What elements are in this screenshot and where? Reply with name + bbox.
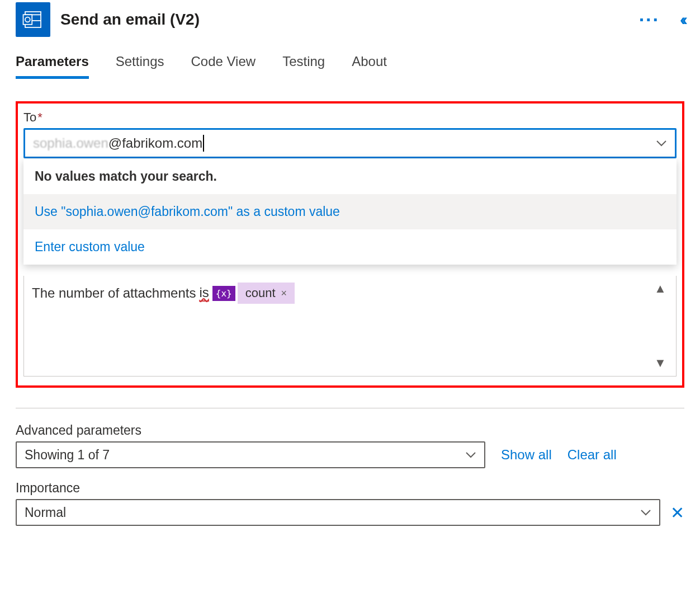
panel-title: Send an email (V2) (60, 11, 629, 29)
outlook-icon (16, 2, 50, 37)
dropdown-no-match: No values match your search. (23, 159, 677, 194)
body-spinner: ▲ ▼ (650, 281, 670, 370)
remove-field-icon[interactable]: ✕ (670, 503, 684, 523)
tab-settings[interactable]: Settings (116, 54, 164, 79)
chevron-down-icon[interactable] (640, 507, 651, 519)
importance-label: Importance (16, 481, 684, 496)
body-down-icon[interactable]: ▼ (654, 356, 666, 370)
token-label: count (245, 286, 276, 300)
advanced-heading: Advanced parameters (16, 423, 684, 438)
to-input[interactable]: sophia.owen@fabrikom.com No values match… (23, 128, 677, 158)
clear-all-link[interactable]: Clear all (567, 447, 617, 463)
show-all-link[interactable]: Show all (501, 447, 552, 463)
chevron-down-icon[interactable] (656, 138, 667, 149)
importance-value: Normal (25, 505, 640, 520)
to-dropdown: No values match your search. Use "sophia… (23, 159, 677, 265)
tabs: Parameters Settings Code View Testing Ab… (16, 54, 684, 79)
body-token[interactable]: {x} count × (212, 283, 295, 304)
body-content: The number of attachments is {x} count × (32, 283, 668, 304)
parameters-section: To* sophia.owen@fabrikom.com No values m… (16, 101, 684, 388)
body-text: The number of attachments (32, 285, 196, 301)
body-is-word: is (199, 285, 209, 302)
dropdown-use-custom[interactable]: Use "sophia.owen@fabrikom.com" as a cust… (23, 194, 677, 229)
more-icon[interactable]: ··· (639, 10, 660, 29)
to-value: sophia.owen@fabrikom.com (33, 135, 656, 152)
tab-testing[interactable]: Testing (282, 54, 325, 79)
body-up-icon[interactable]: ▲ (654, 281, 666, 296)
svg-rect-1 (23, 15, 32, 25)
tab-parameters[interactable]: Parameters (16, 54, 89, 79)
advanced-select[interactable]: Showing 1 of 7 (16, 441, 485, 468)
fx-icon: {x} (212, 286, 235, 301)
tab-code-view[interactable]: Code View (191, 54, 256, 79)
token-remove-icon[interactable]: × (281, 288, 287, 299)
tab-about[interactable]: About (352, 54, 387, 79)
chevron-down-icon[interactable] (465, 449, 476, 461)
to-label: To* (23, 110, 677, 125)
importance-select[interactable]: Normal (16, 499, 660, 526)
body-editor[interactable]: The number of attachments is {x} count ×… (23, 276, 677, 377)
dropdown-enter-custom[interactable]: Enter custom value (23, 229, 677, 265)
advanced-showing: Showing 1 of 7 (25, 448, 465, 463)
collapse-icon[interactable]: ‹‹ (680, 10, 684, 29)
